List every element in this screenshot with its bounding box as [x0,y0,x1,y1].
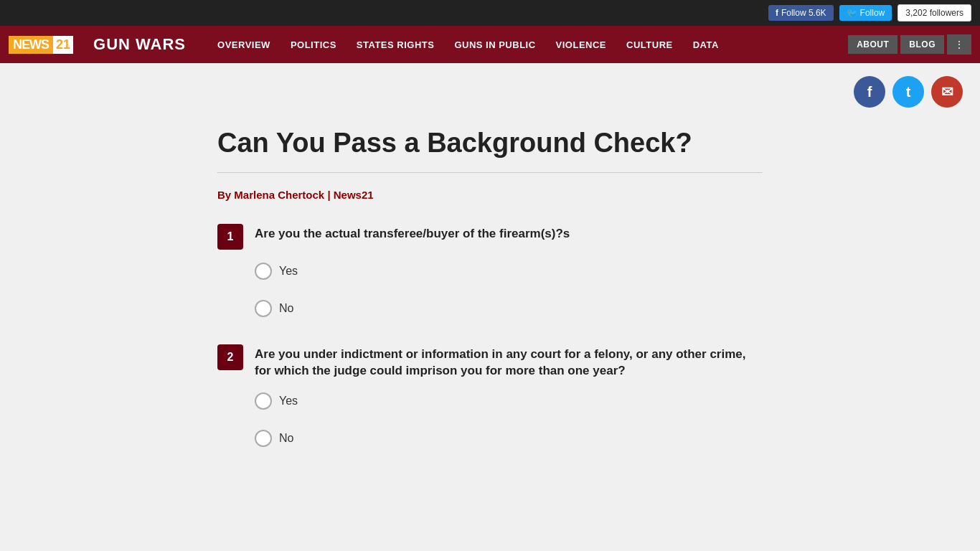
nav-data[interactable]: DATA [683,26,729,63]
about-button[interactable]: ABOUT [848,35,897,54]
question-2-options: Yes No [217,392,763,447]
nav-overview[interactable]: OVERVIEW [207,26,281,63]
question-1-number: 1 [217,224,243,250]
nav-right: ABOUT BLOG ⋮ [848,34,980,55]
question-1-yes[interactable]: Yes [255,263,763,280]
divider [217,172,763,173]
nav-violence[interactable]: VIOLENCE [546,26,616,63]
fb-follow-label: Follow 5.6K [781,8,826,18]
facebook-icon: f [776,8,778,18]
question-2-no[interactable]: No [255,430,763,447]
q1-no-label: No [279,302,293,315]
radio-circle[interactable] [255,300,272,317]
question-2-header: 2 Are you under indictment or informatio… [217,343,763,380]
twitter-share-button[interactable]: t [892,76,924,108]
radio-circle[interactable] [255,263,272,280]
logo: NEWS21 [0,36,79,54]
nav-guns-in-public[interactable]: GUNS IN PUBLIC [444,26,545,63]
radio-circle[interactable] [255,392,272,410]
question-1-options: Yes No [217,263,763,317]
share-button[interactable]: ⋮ [947,34,971,55]
question-1-text: Are you the actual transferee/buyer of t… [255,222,570,242]
tw-follow-button[interactable]: 🐦 Follow [839,5,892,21]
question-1-header: 1 Are you the actual transferee/buyer of… [217,222,763,250]
fb-follow-button[interactable]: f Follow 5.6K [768,5,834,21]
nav-links: OVERVIEW POLITICS STATES RIGHTS GUNS IN … [200,26,848,63]
nav-culture[interactable]: CULTURE [616,26,683,63]
q2-yes-label: Yes [279,395,298,408]
nav-politics[interactable]: POLITICS [281,26,347,63]
tw-followers-count: 3,202 followers [897,4,971,22]
question-1-block: 1 Are you the actual transferee/buyer of… [217,222,763,317]
facebook-icon: f [867,84,872,100]
tw-follow-label: Follow [860,8,885,18]
facebook-share-button[interactable]: f [854,76,885,108]
q1-yes-label: Yes [279,265,298,278]
question-2-yes[interactable]: Yes [255,392,763,410]
twitter-icon: t [906,84,911,100]
logo-21: 21 [53,36,73,54]
nav-bar: NEWS21 GUN WARS OVERVIEW POLITICS STATES… [0,26,980,63]
twitter-icon: 🐦 [847,8,857,18]
byline: By Marlena Chertock | News21 [217,189,763,201]
q2-no-label: No [279,432,293,445]
question-1-no[interactable]: No [255,300,763,317]
question-2-text: Are you under indictment or information … [255,343,763,380]
main-content: Can You Pass a Background Check? By Marl… [196,113,784,501]
email-icon: ✉ [941,83,953,100]
email-share-button[interactable]: ✉ [931,76,963,108]
logo-news: NEWS [9,36,53,54]
question-2-block: 2 Are you under indictment or informatio… [217,343,763,448]
radio-circle[interactable] [255,430,272,447]
nav-states-rights[interactable]: STATES RIGHTS [347,26,445,63]
blog-button[interactable]: BLOG [900,35,944,54]
question-2-number: 2 [217,344,243,370]
site-title: GUN WARS [79,35,200,54]
share-icon: ⋮ [954,39,964,50]
page-title: Can You Pass a Background Check? [217,128,763,159]
top-bar: f Follow 5.6K 🐦 Follow 3,202 followers [0,0,980,26]
social-icons-row: f t ✉ [0,63,980,113]
